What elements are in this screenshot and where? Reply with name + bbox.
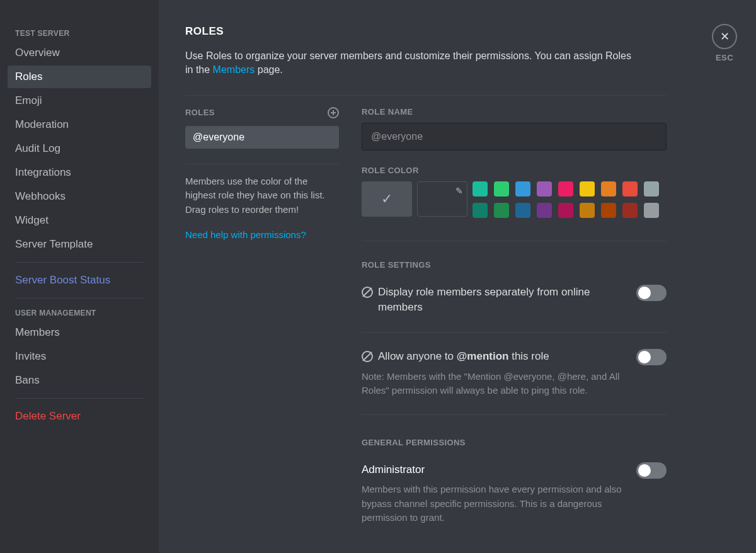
setting-display-separately: Display role members separately from onl… bbox=[362, 285, 667, 316]
sidebar-item-webhooks[interactable]: Webhooks bbox=[8, 185, 151, 208]
sidebar-item-roles[interactable]: Roles bbox=[8, 66, 151, 88]
section-divider bbox=[185, 95, 667, 96]
sidebar-item-delete-server[interactable]: Delete Server bbox=[8, 405, 151, 428]
section-divider bbox=[362, 241, 667, 241]
color-swatch[interactable] bbox=[472, 203, 488, 218]
prohibit-icon bbox=[362, 351, 373, 362]
color-swatch[interactable] bbox=[515, 203, 530, 218]
color-swatch[interactable] bbox=[515, 181, 530, 197]
toggle-administrator[interactable] bbox=[636, 462, 667, 479]
color-swatch[interactable] bbox=[622, 181, 638, 197]
color-swatch[interactable] bbox=[494, 203, 509, 218]
add-role-button[interactable] bbox=[328, 107, 339, 118]
setting-label: Display role members separately from onl… bbox=[378, 285, 626, 316]
desc-text-b: page. bbox=[255, 64, 282, 75]
permission-title: Administrator bbox=[362, 462, 626, 478]
color-swatch[interactable] bbox=[644, 203, 659, 218]
color-swatch[interactable] bbox=[558, 203, 573, 218]
members-link[interactable]: Members bbox=[213, 64, 255, 75]
close-button[interactable]: ✕ bbox=[712, 24, 737, 49]
toggle-display-separately[interactable] bbox=[636, 285, 667, 301]
permissions-help-link[interactable]: Need help with permissions? bbox=[185, 229, 306, 240]
color-swatch[interactable] bbox=[537, 203, 552, 218]
color-swatch-grid bbox=[472, 181, 659, 218]
color-swatch[interactable] bbox=[601, 181, 616, 197]
sidebar-item-widget[interactable]: Widget bbox=[8, 209, 151, 232]
general-permissions-header: GENERAL PERMISSIONS bbox=[362, 438, 667, 447]
color-swatch[interactable] bbox=[580, 203, 595, 218]
close-area: ✕ ESC bbox=[712, 24, 737, 62]
roles-list-column: ROLES @everyone Members use the color of… bbox=[185, 107, 339, 550]
role-editor-column: ROLE NAME @everyone ROLE COLOR ✓ ✎ bbox=[362, 107, 667, 550]
color-custom-swatch[interactable]: ✎ bbox=[417, 181, 467, 217]
role-color-label: ROLE COLOR bbox=[362, 166, 667, 175]
roles-list-divider bbox=[185, 164, 339, 164]
sidebar-item-boost-status[interactable]: Server Boost Status bbox=[8, 269, 151, 292]
setting-note: Note: Members with the "Mention @everyon… bbox=[362, 370, 626, 398]
pencil-icon: ✎ bbox=[455, 186, 463, 196]
color-swatch[interactable] bbox=[601, 203, 616, 218]
prohibit-icon bbox=[362, 287, 373, 298]
permission-description: Members with this permission have every … bbox=[362, 482, 626, 525]
close-icon: ✕ bbox=[720, 30, 730, 43]
roles-list-header: ROLES bbox=[185, 108, 215, 117]
server-name-header: TEST SERVER bbox=[8, 25, 151, 42]
sidebar: TEST SERVER Overview Roles Emoji Moderat… bbox=[0, 0, 159, 553]
page-title: ROLES bbox=[185, 25, 730, 38]
sidebar-item-moderation[interactable]: Moderation bbox=[8, 113, 151, 136]
sidebar-divider bbox=[15, 298, 144, 299]
sidebar-divider bbox=[15, 262, 144, 263]
sidebar-divider bbox=[15, 398, 144, 399]
sidebar-item-audit-log[interactable]: Audit Log bbox=[8, 137, 151, 160]
sidebar-item-bans[interactable]: Bans bbox=[8, 369, 151, 392]
sidebar-item-integrations[interactable]: Integrations bbox=[8, 161, 151, 184]
setting-divider bbox=[362, 414, 667, 415]
color-swatch[interactable] bbox=[558, 181, 573, 197]
color-swatch[interactable] bbox=[580, 181, 595, 197]
color-swatch[interactable] bbox=[472, 181, 488, 197]
setting-allow-mention: Allow anyone to @mention this role Note:… bbox=[362, 349, 667, 398]
role-settings-header: ROLE SETTINGS bbox=[362, 260, 667, 270]
color-default-swatch[interactable]: ✓ bbox=[362, 181, 412, 217]
esc-label: ESC bbox=[712, 53, 737, 62]
color-swatch[interactable] bbox=[494, 181, 509, 197]
sidebar-item-overview[interactable]: Overview bbox=[8, 42, 151, 64]
sidebar-item-members[interactable]: Members bbox=[8, 321, 151, 344]
check-icon: ✓ bbox=[381, 191, 392, 207]
setting-divider bbox=[362, 332, 667, 333]
roles-hint-text: Members use the color of the highest rol… bbox=[185, 174, 339, 217]
toggle-allow-mention[interactable] bbox=[636, 349, 667, 365]
role-name-label: ROLE NAME bbox=[362, 107, 667, 117]
setting-label: Allow anyone to @mention this role bbox=[378, 349, 549, 365]
page-description: Use Roles to organize your server member… bbox=[185, 49, 639, 77]
user-management-header: USER MANAGEMENT bbox=[8, 305, 151, 321]
sidebar-item-server-template[interactable]: Server Template bbox=[8, 233, 151, 256]
main-content: ✕ ESC ROLES Use Roles to organize your s… bbox=[159, 0, 756, 553]
color-swatch[interactable] bbox=[537, 181, 552, 197]
sidebar-item-emoji[interactable]: Emoji bbox=[8, 89, 151, 112]
sidebar-item-invites[interactable]: Invites bbox=[8, 345, 151, 368]
color-swatch[interactable] bbox=[644, 181, 659, 197]
color-swatch[interactable] bbox=[622, 203, 638, 218]
permission-administrator: Administrator Members with this permissi… bbox=[362, 462, 667, 525]
role-item-everyone[interactable]: @everyone bbox=[185, 126, 339, 149]
role-name-input[interactable]: @everyone bbox=[362, 123, 667, 151]
